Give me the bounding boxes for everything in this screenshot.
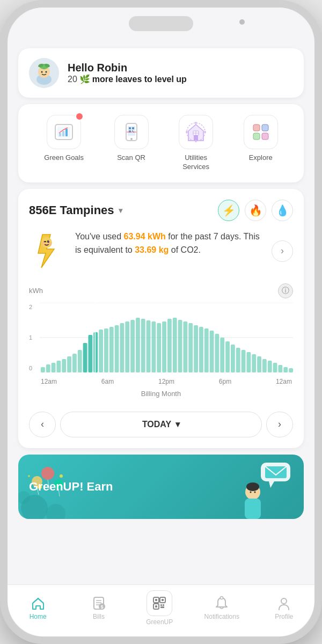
- y-label-2: 2: [29, 304, 32, 310]
- svg-rect-45: [41, 367, 45, 372]
- home-icon: [31, 596, 46, 611]
- svg-rect-91: [278, 365, 282, 372]
- leaves-text: 20 🌿 more leaves to level up: [68, 74, 187, 84]
- explore-icon: [250, 121, 272, 143]
- x-label-6am: 6am: [101, 378, 114, 385]
- x-label-12am-start: 12am: [41, 378, 57, 385]
- next-button[interactable]: ›: [272, 240, 293, 262]
- summary-prefix: You've used: [75, 232, 124, 241]
- svg-rect-124: [162, 599, 164, 601]
- electricity-button[interactable]: ⚡: [218, 200, 239, 221]
- period-label: TODAY: [142, 420, 171, 429]
- chart-info-button[interactable]: ⓘ: [278, 283, 293, 298]
- svg-rect-63: [130, 320, 135, 372]
- avatar: [29, 58, 59, 88]
- explore-icon-wrap: [244, 115, 278, 149]
- svg-rect-59: [109, 327, 114, 372]
- svg-rect-88: [262, 359, 267, 372]
- nav-profile[interactable]: Profile: [268, 596, 300, 620]
- svg-rect-33: [253, 125, 260, 131]
- svg-rect-51: [72, 354, 77, 372]
- nav-bills[interactable]: $ Bills: [83, 596, 115, 620]
- explore-label: Explore: [249, 153, 273, 163]
- svg-point-113: [254, 491, 256, 493]
- location-title[interactable]: 856E Tampines ▾: [29, 203, 122, 217]
- bolt-mascot: [29, 230, 67, 273]
- energy-summary: You've used 63.94 kWh for the past 7 day…: [29, 230, 293, 273]
- greenup-icon: [152, 596, 166, 610]
- svg-rect-54: [88, 335, 92, 372]
- svg-rect-78: [210, 331, 214, 372]
- next-period-button[interactable]: ›: [266, 412, 293, 437]
- svg-rect-62: [125, 321, 129, 372]
- svg-rect-65: [141, 319, 145, 372]
- svg-rect-85: [246, 352, 251, 372]
- prev-period-button[interactable]: ‹: [29, 412, 56, 437]
- scan-qr-label: Scan QR: [117, 153, 145, 163]
- svg-rect-74: [188, 323, 193, 372]
- svg-rect-49: [62, 359, 66, 372]
- phone-frame: Hello Robin 20 🌿 more leaves to level up: [0, 0, 322, 644]
- green-goals-icon-wrap: [47, 115, 81, 149]
- svg-rect-108: [265, 466, 287, 478]
- period-selector[interactable]: TODAY ▾: [60, 412, 262, 437]
- action-scan-qr[interactable]: Scan QR: [114, 115, 149, 172]
- location-text: 856E Tampines: [29, 203, 114, 217]
- chart-wrapper: 2 1 0: [29, 303, 293, 385]
- svg-rect-83: [236, 348, 240, 372]
- action-utilities[interactable]: UtilitiesServices: [179, 115, 213, 172]
- energy-card: 856E Tampines ▾ ⚡ 🔥 💧: [18, 189, 304, 448]
- svg-rect-67: [151, 321, 156, 372]
- camera: [239, 19, 245, 25]
- profile-label: Profile: [275, 613, 293, 620]
- svg-rect-58: [104, 328, 108, 372]
- svg-rect-19: [132, 130, 133, 131]
- svg-rect-71: [173, 318, 177, 372]
- water-button[interactable]: 💧: [272, 200, 293, 221]
- svg-rect-123: [155, 599, 157, 601]
- svg-rect-11: [59, 133, 61, 136]
- chart-area: kWh ⓘ 2 1 0: [29, 283, 293, 403]
- svg-rect-86: [252, 354, 256, 372]
- greeting-text: Hello Robin 20 🌿 more leaves to level up: [68, 62, 187, 84]
- x-label-6pm: 6pm: [219, 378, 231, 385]
- promo-card[interactable]: GreenUP! Earn: [18, 455, 304, 519]
- gas-button[interactable]: 🔥: [245, 200, 266, 221]
- svg-point-31: [186, 131, 188, 133]
- svg-rect-66: [147, 320, 151, 372]
- svg-rect-92: [283, 367, 288, 372]
- scroll-content: Hello Robin 20 🌿 more leaves to level up: [8, 40, 314, 584]
- x-label-12pm: 12pm: [158, 378, 174, 385]
- svg-rect-17: [132, 127, 134, 129]
- action-explore[interactable]: Explore: [244, 115, 278, 172]
- svg-rect-55: [93, 332, 98, 372]
- svg-point-95: [46, 504, 65, 519]
- notifications-icon: [214, 596, 229, 611]
- svg-rect-13: [65, 129, 68, 136]
- svg-point-40: [42, 242, 45, 245]
- svg-rect-48: [56, 361, 61, 372]
- svg-rect-68: [157, 323, 161, 372]
- svg-rect-73: [183, 321, 187, 372]
- notch: [129, 16, 193, 31]
- svg-rect-46: [46, 364, 50, 372]
- svg-rect-125: [155, 605, 157, 608]
- svg-rect-60: [115, 325, 119, 372]
- nav-notifications[interactable]: Notifications: [204, 596, 239, 620]
- scan-qr-icon-wrap: [114, 115, 149, 149]
- svg-point-32: [195, 140, 197, 142]
- action-green-goals[interactable]: Green Goals: [44, 115, 84, 172]
- bottom-spacing: [8, 525, 314, 536]
- svg-rect-75: [194, 325, 198, 372]
- chevron-down-icon: ▾: [119, 206, 122, 215]
- co2-value: 33.69 kg: [135, 245, 169, 254]
- svg-rect-72: [178, 320, 182, 372]
- summary-suffix: of CO2.: [169, 245, 201, 254]
- greenup-icon-wrap: [147, 590, 172, 616]
- svg-rect-76: [199, 327, 203, 372]
- nav-controls: ‹ TODAY ▾ ›: [29, 412, 293, 437]
- nav-home[interactable]: Home: [22, 596, 54, 620]
- svg-point-130: [281, 598, 287, 604]
- svg-point-112: [250, 491, 252, 493]
- nav-greenup[interactable]: GreenUP: [143, 590, 175, 626]
